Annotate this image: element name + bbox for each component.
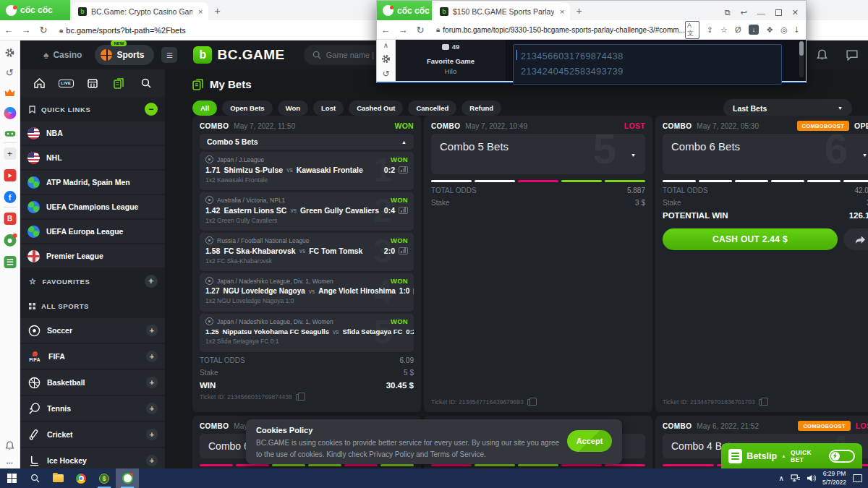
calendar-icon[interactable]	[85, 76, 100, 90]
download-button-icon[interactable]: ↓	[749, 25, 760, 35]
notifications-icon[interactable]	[817, 49, 827, 61]
profile-icon[interactable]: ◎	[780, 25, 788, 35]
share-bet-button[interactable]	[843, 228, 868, 250]
filter-all[interactable]: All	[192, 100, 217, 116]
chat-icon[interactable]	[846, 50, 858, 61]
sidebar-item-cricket[interactable]: Cricket+	[20, 422, 165, 447]
sidebar-item-soccer[interactable]: Soccer+	[20, 318, 165, 343]
games-controller-icon[interactable]	[4, 127, 16, 140]
sort-dropdown[interactable]: Last Bets▼	[723, 99, 852, 117]
news-feed-icon[interactable]	[4, 256, 16, 268]
filter-open-bets[interactable]: Open Bets	[222, 100, 273, 116]
expand-cricket-button[interactable]: +	[146, 429, 158, 440]
share-icon[interactable]: ⇪	[707, 25, 713, 35]
sidebar-item-premier-league[interactable]: Premier League	[20, 244, 165, 267]
chrome-icon[interactable]	[69, 468, 93, 488]
add-shortcut-icon[interactable]: +	[4, 147, 16, 160]
action-center-icon[interactable]	[853, 474, 862, 482]
hamburger-menu-icon[interactable]: ☰	[161, 47, 177, 63]
combo-title-block[interactable]: Combo 5 Bets 5 ▼	[431, 134, 645, 174]
scroll-up-icon[interactable]: ∧	[383, 41, 388, 49]
reload-icon[interactable]: ↻	[412, 25, 429, 35]
search-events-icon[interactable]	[139, 76, 153, 90]
quick-bet-toggle[interactable]	[829, 450, 855, 463]
maximize-button[interactable]	[775, 9, 782, 16]
crown-icon[interactable]	[4, 87, 16, 99]
settings-gear-icon[interactable]	[4, 46, 16, 59]
nav-sports[interactable]: NEW Sports	[95, 45, 154, 65]
volume-icon[interactable]	[807, 474, 816, 482]
expand-soccer-button[interactable]: +	[146, 325, 158, 336]
history-icon[interactable]: ↺	[382, 69, 389, 79]
match-row[interactable]: 4 Japan / Nadeshiko League, Div. 1, Wome…	[200, 273, 414, 312]
filter-refund[interactable]: Refund	[461, 100, 501, 116]
dollar-app-icon[interactable]: $	[93, 468, 116, 488]
settings-gear-icon[interactable]	[381, 54, 391, 64]
notifications-bell-icon[interactable]	[4, 440, 16, 452]
capture-icon[interactable]: ⧉	[725, 8, 731, 17]
betslip-button[interactable]: Betslip ▲ QUICK BET	[721, 443, 862, 468]
my-bets-icon[interactable]	[112, 76, 127, 90]
youtube-icon[interactable]	[4, 169, 16, 181]
popup-scrollbar[interactable]	[799, 41, 804, 77]
stats-icon[interactable]	[413, 288, 414, 295]
coccoc-logo[interactable]: cốc cốc	[377, 1, 432, 20]
bcgame-logo[interactable]: b BC.GAME	[193, 46, 284, 64]
sidebar-item-atp-madrid[interactable]: ATP Madrid, Spain Men	[20, 171, 165, 194]
match-row[interactable]: 3 Russia / Football National LeagueWON 1…	[200, 233, 414, 271]
coccoc-logo[interactable]: cốc cốc	[0, 0, 70, 20]
start-button[interactable]	[0, 468, 23, 488]
copy-icon[interactable]	[527, 399, 533, 406]
match-row[interactable]: 5 Japan / Nadeshiko League, Div. 1, Wome…	[200, 314, 414, 352]
expand-ice-hockey-button[interactable]: +	[146, 455, 158, 466]
stats-icon[interactable]	[399, 166, 408, 174]
tab-close-icon[interactable]: ×	[198, 7, 203, 16]
facebook-icon[interactable]: f	[4, 191, 16, 203]
sidebar-item-uefa-champions[interactable]: UEFA Champions League	[20, 195, 165, 218]
extensions-icon[interactable]: ❖	[766, 25, 773, 35]
combo-title-block[interactable]: Combo 6 Bets 6 ▼	[663, 134, 868, 174]
bookmark-star-icon[interactable]: ☆	[720, 25, 728, 35]
filter-lost[interactable]: Lost	[313, 100, 344, 116]
sidebar-item-nba[interactable]: NBA	[20, 121, 165, 145]
new-tab-button[interactable]: +	[214, 5, 220, 17]
back-icon[interactable]: ←	[377, 25, 394, 35]
downloads-tray-icon[interactable]: ⭣	[795, 25, 799, 35]
red-b-app-icon[interactable]: B	[4, 213, 16, 225]
sidebar-item-tennis[interactable]: Tennis+	[20, 396, 165, 421]
new-tab-button[interactable]: +	[576, 5, 582, 17]
match-row[interactable]: 1 Japan / J.LeagueWON 1.71Shimizu S-Puls…	[200, 152, 414, 190]
network-icon[interactable]	[791, 474, 800, 482]
close-window-button[interactable]: ✕	[792, 8, 799, 17]
blocker-icon[interactable]: Ø	[735, 25, 741, 34]
nav-casino[interactable]: ♠ Casino	[43, 49, 82, 61]
taskbar-clock[interactable]: 6:29 PM5/7/2022	[822, 470, 846, 487]
cash-out-button[interactable]: CASH OUT 2.44 $	[663, 228, 838, 250]
sidebar-item-basketball[interactable]: Basketball+	[20, 370, 165, 395]
minimize-button[interactable]: —	[757, 9, 765, 17]
rail-more-icon[interactable]: ⋯	[4, 457, 16, 469]
filter-cashed-out[interactable]: Cashed Out	[349, 100, 403, 116]
home-icon[interactable]	[32, 76, 46, 90]
send-to-icon[interactable]: ↩	[741, 8, 747, 17]
popup-tab-forum[interactable]: b $150 BC.GAME Sports Parlay ×	[434, 2, 570, 20]
stats-icon[interactable]	[399, 207, 408, 214]
taskbar-search-icon[interactable]	[23, 468, 46, 488]
accept-cookies-button[interactable]: Accept	[567, 430, 612, 452]
live-icon[interactable]: LIVE	[59, 76, 73, 90]
coccoc-taskbar-icon[interactable]	[116, 468, 139, 488]
sidebar-item-nhl[interactable]: NHL	[20, 146, 165, 169]
forward-icon[interactable]: →	[394, 25, 412, 35]
ticket-ids-textarea[interactable]: 2134566031769874438 2134240452583493739	[513, 44, 782, 85]
chat-app-icon[interactable]	[4, 234, 16, 247]
tab-close-icon[interactable]: ×	[560, 7, 564, 16]
collapse-quick-links-button[interactable]: −	[145, 103, 158, 116]
filter-won[interactable]: Won	[278, 100, 308, 116]
url-text[interactable]: forum.bc.game/topic/9330-150-bcgame-spor…	[443, 26, 685, 34]
file-explorer-icon[interactable]	[46, 468, 69, 488]
filter-cancelled[interactable]: Cancelled	[408, 100, 456, 116]
expand-basketball-button[interactable]: +	[146, 377, 158, 388]
sidebar-item-uefa-europa[interactable]: UEFA Europa League	[20, 220, 165, 243]
combo-title-bar[interactable]: Combo 5 Bets▲	[200, 134, 414, 150]
reload-icon[interactable]: ↻	[35, 25, 52, 35]
